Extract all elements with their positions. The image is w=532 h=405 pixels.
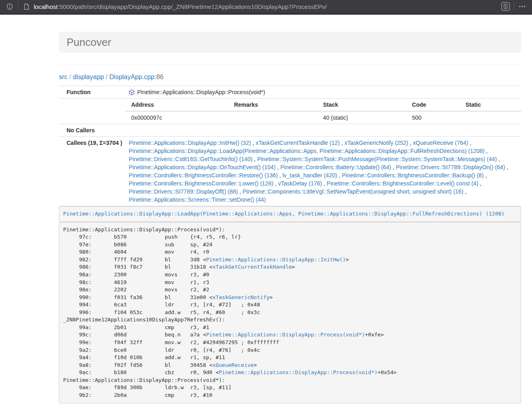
code-line: 982: f7ff fd29 bl 3d8 <Pinetime::Applica…	[63, 256, 517, 264]
callee-link[interactable]: Pinetime::Controllers::BrightnessControl…	[129, 172, 278, 179]
stats-header-code: Code	[406, 99, 460, 111]
callee-link[interactable]: Pinetime::Applications::DisplayApp::OnTo…	[129, 164, 276, 170]
callee-separator: ,	[340, 140, 345, 146]
callee-separator: ,	[468, 140, 472, 146]
callee-separator: ,	[484, 172, 487, 179]
breadcrumb: src / displayapp / DisplayApp.cpp:86	[59, 73, 521, 81]
callee-link[interactable]: Pinetime::Drivers::St7789::DisplayOff() …	[129, 188, 238, 195]
code-line: 990: f031 fa36 bl 31e00 <xTaskGenericNot…	[63, 294, 517, 302]
more-menu-button[interactable]	[517, 1, 528, 12]
stats-header-stack: Stack	[317, 99, 406, 111]
shield-icon[interactable]	[4, 1, 15, 12]
breadcrumb-link-src[interactable]: src	[59, 73, 67, 80]
callee-separator: ,	[497, 156, 500, 162]
code-symbol-link[interactable]: xTaskGetCurrentTaskHandle	[212, 264, 292, 270]
page-container: Puncover src / displayapp / DisplayApp.c…	[59, 32, 521, 403]
callees-label: Callees (19, Σ=3704 )	[59, 137, 125, 206]
reader-view-button[interactable]	[500, 1, 511, 12]
callee-link[interactable]: Pinetime::Controllers::Battery::Update()…	[280, 164, 391, 170]
callee-separator: ,	[485, 148, 488, 154]
callee-separator: ,	[478, 180, 482, 187]
page-icon	[21, 1, 32, 12]
toolbar-divider	[18, 2, 18, 11]
breadcrumb-link-displayapp-cpp[interactable]: DisplayApp.cpp	[110, 73, 155, 80]
breadcrumb-line-number: :86	[155, 73, 164, 80]
highlighted-symbol-block: Pinetime::Applications::DisplayApp::Load…	[59, 206, 521, 222]
url-host: localhost	[34, 3, 58, 10]
function-row: Function Pinetime::Applications::Display…	[59, 86, 521, 99]
callee-separator: ,	[463, 188, 467, 195]
code-symbol-link[interactable]: xQueueReceive	[212, 362, 254, 368]
function-name: Pinetime::Applications::DisplayApp::Proc…	[137, 88, 265, 96]
callee-link[interactable]: Pinetime::Components::LittleVgl::SetNewT…	[243, 188, 463, 195]
stats-value-stack: 40 (static)	[317, 111, 406, 124]
highlighted-symbol-link[interactable]: Pinetime::Applications::DisplayApp::Load…	[63, 211, 505, 217]
function-table: Function Pinetime::Applications::Display…	[59, 86, 521, 206]
callee-link[interactable]: xQueueReceive (764)	[413, 140, 468, 146]
stats-row: AddressRemarksStackCodeStatic 0x0000097c…	[59, 99, 521, 124]
callee-separator: ,	[251, 140, 256, 146]
code-line: 9a2: 6ce0 ldr r0, [r4, #76] ; 0x4c	[63, 347, 517, 354]
code-line: 986: f031 f8c7 bl 31b18 <xTaskGetCurrent…	[63, 263, 517, 271]
callee-link[interactable]: Pinetime::System::SystemTask::PushMessag…	[257, 156, 497, 162]
url-bar[interactable]: localhost:5000/path/src/displayapp/Displ…	[32, 3, 500, 10]
toolbar-divider	[514, 2, 514, 11]
code-line: _ZN8Pinetime12Applications10DisplayApp7R…	[63, 316, 517, 324]
callee-separator: ,	[337, 172, 342, 179]
code-symbol-link[interactable]: Pinetime::Applications::DisplayApp::Proc…	[206, 332, 365, 338]
code-line: 994: 6ca3 ldr r3, [r4, #72] ; 0x48	[63, 301, 517, 309]
code-line: 97e: b086 sub sp, #24	[63, 241, 517, 249]
code-line: 996: f104 053c add.w r5, r4, #60 ; 0x3c	[63, 309, 517, 317]
code-line: 99c: d06d beq.n a7a <Pinetime::Applicati…	[63, 331, 517, 339]
callee-separator: ,	[238, 188, 243, 195]
callee-link[interactable]: Pinetime::Controllers::BrightnessControl…	[342, 172, 483, 179]
code-line: 9a8: f02f fd56 bl 30458 <xQueueReceive>	[63, 362, 517, 369]
code-line: Pinetime::Applications::DisplayApp::Proc…	[63, 377, 517, 384]
callee-link[interactable]: lv_task_handler (420)	[282, 172, 337, 179]
callee-link[interactable]: Pinetime::Drivers::St7789::DisplayOn() (…	[396, 164, 505, 170]
callee-separator: ,	[322, 180, 327, 187]
code-symbol-link[interactable]: xTaskGenericNotify	[212, 294, 269, 300]
code-symbol-link[interactable]: Pinetime::Applications::DisplayApp::Init…	[206, 256, 346, 263]
callees-row: Callees (19, Σ=3704 ) Pinetime::Applicat…	[59, 137, 521, 206]
callee-link[interactable]: Pinetime::Applications::Screens::Timer::…	[129, 196, 266, 203]
callee-link[interactable]: Pinetime::Applications::DisplayApp::Init…	[129, 140, 251, 146]
url-path: :5000/path/src/displayapp/DisplayApp.cpp…	[58, 3, 327, 10]
code-symbol-link[interactable]: Pinetime::Applications::DisplayApp::Proc…	[219, 369, 377, 375]
callee-link[interactable]: Pinetime::Controllers::BrightnessControl…	[129, 180, 273, 187]
callee-separator: ,	[252, 156, 257, 162]
breadcrumb-separator: /	[104, 73, 109, 80]
callee-link[interactable]: xTaskGenericNotify (252)	[345, 140, 408, 146]
cube-icon	[129, 89, 135, 95]
stats-value-remarks	[228, 111, 317, 124]
brand-banner: Puncover	[59, 32, 521, 53]
stats-header-static: Static	[460, 99, 521, 111]
callee-link[interactable]: Pinetime::Applications::DisplayApp::Load…	[129, 148, 485, 154]
callee-separator: ,	[276, 164, 280, 170]
stats-value-static	[460, 111, 521, 124]
code-line: 97c: b570 push {r4, r5, r6, lr}	[63, 233, 517, 241]
callee-link[interactable]: xTaskGetCurrentTaskHandle (12)	[256, 140, 340, 146]
more-menu-icon	[519, 6, 526, 7]
stats-table: AddressRemarksStackCodeStatic 0x0000097c…	[125, 99, 521, 124]
breadcrumb-link-displayapp[interactable]: displayapp	[73, 73, 104, 80]
callee-separator: ,	[505, 164, 508, 170]
stats-value-address: 0x0000097c	[125, 111, 228, 124]
callers-row: No Callers	[59, 124, 521, 137]
code-line: 98c: 4619 mov r1, r3	[63, 279, 517, 287]
callees-cell: Pinetime::Applications::DisplayApp::Init…	[125, 137, 521, 206]
callee-link[interactable]: vTaskDelay (176)	[278, 180, 322, 187]
code-line: 98a: 2300 movs r3, #0	[63, 271, 517, 279]
browser-toolbar: localhost:5000/path/src/displayapp/Displ…	[0, 0, 532, 15]
code-line: 9a4: f10d 010b add.w r1, sp, #11	[63, 354, 517, 362]
divider	[59, 65, 521, 65]
function-label: Function	[59, 86, 125, 99]
callee-link[interactable]: Pinetime::Controllers::BrightnessControl…	[327, 180, 478, 187]
disassembly-block: Pinetime::Applications::DisplayApp::Proc…	[59, 222, 521, 403]
callee-separator: ,	[408, 140, 413, 146]
code-line: 99a: 2b01 cmp r3, #1	[63, 324, 517, 332]
code-line: Pinetime::Applications::DisplayApp::Proc…	[63, 226, 517, 234]
callee-link[interactable]: Pinetime::Drivers::Cst816S::GetTouchInfo…	[129, 156, 252, 162]
stats-value-code: 500	[406, 111, 460, 124]
callee-separator: ,	[278, 172, 282, 179]
